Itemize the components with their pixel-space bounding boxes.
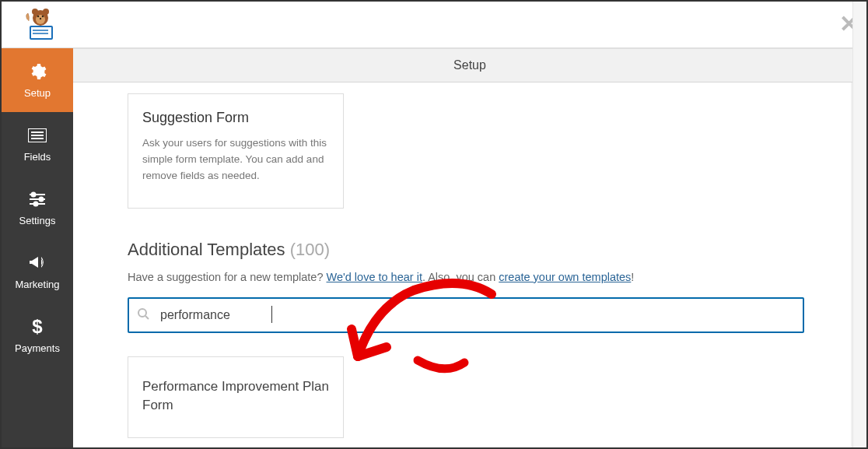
- svg-text:$: $: [32, 317, 43, 337]
- sliders-icon: [28, 190, 47, 209]
- svg-line-23: [145, 316, 149, 319]
- svg-point-4: [37, 15, 40, 17]
- svg-point-22: [138, 309, 146, 317]
- sidebar-item-fields[interactable]: Fields: [2, 112, 73, 176]
- svg-point-16: [32, 192, 36, 196]
- sidebar-item-setup[interactable]: Setup: [2, 48, 73, 112]
- sidebar: Setup Fields Settings Marketing $ Paymen…: [2, 48, 73, 447]
- search-icon: [137, 307, 149, 323]
- svg-point-2: [43, 9, 49, 15]
- tab-bar: Setup: [73, 48, 866, 82]
- template-card-title: Suggestion Form: [142, 110, 329, 126]
- sidebar-item-label: Setup: [24, 87, 51, 99]
- svg-point-6: [40, 17, 41, 19]
- create-own-link[interactable]: create your own templates: [499, 271, 631, 283]
- tab-setup[interactable]: Setup: [453, 58, 486, 72]
- template-card-result[interactable]: Performance Improvement Plan Form: [128, 356, 344, 439]
- additional-templates-heading: Additional Templates (100): [128, 240, 804, 260]
- scrollbar[interactable]: [852, 48, 866, 447]
- svg-point-5: [42, 15, 44, 17]
- svg-point-18: [40, 197, 44, 201]
- template-search: [128, 297, 804, 333]
- template-card-suggestion[interactable]: Suggestion Form Ask your users for sugge…: [128, 93, 344, 209]
- text-cursor: [271, 306, 272, 323]
- svg-point-20: [34, 202, 38, 205]
- sidebar-item-label: Settings: [19, 215, 56, 226]
- gear-icon: [28, 62, 47, 81]
- svg-rect-8: [31, 27, 51, 38]
- scrollbar[interactable]: [852, 2, 866, 48]
- sidebar-item-label: Marketing: [15, 279, 59, 290]
- bullhorn-icon: [27, 254, 47, 272]
- sidebar-item-payments[interactable]: $ Payments: [2, 303, 73, 367]
- svg-point-1: [32, 9, 38, 15]
- sidebar-item-settings[interactable]: Settings: [2, 176, 73, 240]
- sidebar-item-label: Payments: [15, 342, 60, 354]
- app-header: ✕: [2, 2, 866, 48]
- suggestion-prompt: Have a suggestion for a new template? We…: [128, 271, 804, 283]
- sidebar-item-marketing[interactable]: Marketing: [2, 240, 73, 303]
- dollar-icon: $: [31, 317, 44, 336]
- hear-it-link[interactable]: We'd love to hear it: [327, 271, 422, 283]
- app-logo: [14, 7, 61, 43]
- list-icon: [28, 126, 47, 145]
- search-input[interactable]: [128, 297, 804, 333]
- sidebar-item-label: Fields: [24, 151, 51, 163]
- template-card-desc: Ask your users for suggestions with this…: [142, 135, 329, 184]
- template-result-title: Performance Improvement Plan Form: [142, 377, 329, 415]
- content-area: Setup Suggestion Form Ask your users for…: [73, 48, 866, 447]
